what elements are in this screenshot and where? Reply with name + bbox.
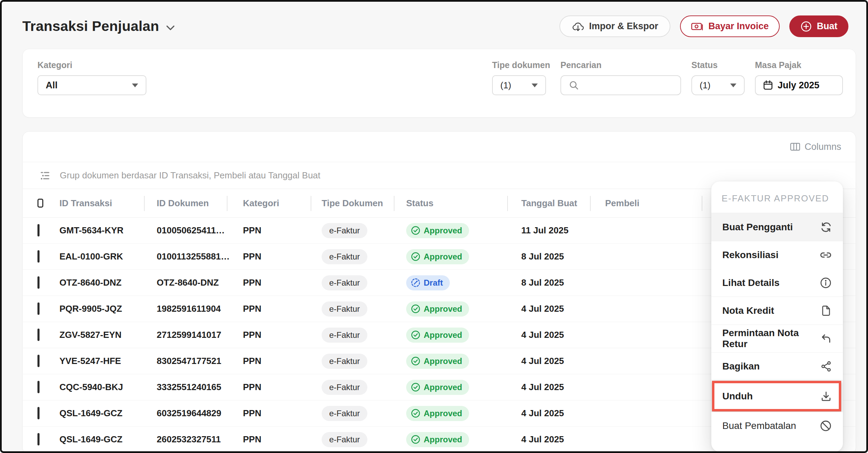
- cell-id-dokumen: 0100113255881…: [145, 251, 227, 262]
- context-menu-item-label: Unduh: [722, 391, 753, 402]
- cell-tanggal-buat: 4 Jul 2025: [508, 330, 591, 340]
- status-badge: Approved: [406, 301, 469, 317]
- select-all-checkbox[interactable]: [37, 199, 43, 208]
- cell-id-dokumen: 6032519644829: [145, 408, 227, 419]
- bayar-invoice-button[interactable]: Bayar Invoice: [680, 15, 780, 37]
- context-menu-title: E-FAKTUR APPROVED: [711, 181, 843, 213]
- context-menu-item-label: Buat Pembatalan: [722, 420, 796, 431]
- cell-tanggal-buat: 11 Jul 2025: [508, 225, 591, 236]
- column-header-id-transaksi[interactable]: ID Transaksi: [53, 189, 145, 217]
- row-checkbox[interactable]: [37, 224, 40, 236]
- status-select[interactable]: (1): [691, 75, 745, 95]
- buat-button[interactable]: Buat: [789, 15, 848, 37]
- cell-id-transaksi: CQC-5940-BKJ: [53, 382, 145, 393]
- context-menu-item[interactable]: Bagikan: [711, 352, 843, 380]
- cell-tanggal-buat: 4 Jul 2025: [508, 303, 591, 314]
- page-header: Transaksi Penjualan Impor & Ekspor Bayar…: [2, 2, 866, 37]
- row-checkbox[interactable]: [37, 302, 40, 315]
- row-checkbox[interactable]: [37, 433, 40, 445]
- cloud-download-icon: [572, 21, 584, 32]
- tipe-dokumen-value: (1): [500, 80, 511, 91]
- check-circle-icon: [411, 304, 421, 314]
- row-checkbox[interactable]: [37, 250, 40, 263]
- page-title: Transaksi Penjualan: [22, 18, 159, 34]
- cell-kategori: PPN: [227, 277, 311, 288]
- row-checkbox[interactable]: [37, 329, 40, 341]
- tipe-dokumen-label: Tipe dokumen: [492, 60, 550, 70]
- status-label: Approved: [424, 409, 462, 418]
- column-header-id-dokumen[interactable]: ID Dokumen: [145, 189, 227, 217]
- status-badge: Draft: [406, 275, 450, 290]
- check-circle-icon: [411, 408, 421, 418]
- cell-kategori: PPN: [227, 382, 311, 393]
- download-icon: [820, 390, 832, 402]
- context-menu-item[interactable]: Nota Kredit: [711, 297, 843, 324]
- status-badge: Approved: [406, 380, 469, 395]
- masa-pajak-filter: Masa Pajak July 2025: [755, 60, 843, 95]
- context-menu-item[interactable]: Unduh: [711, 380, 843, 412]
- context-menu-item[interactable]: Buat Pengganti: [711, 213, 843, 241]
- cell-id-transaksi: PQR-9905-JQZ: [53, 303, 145, 314]
- cell-id-transaksi: GMT-5634-KYR: [53, 225, 145, 236]
- pencarian-label: Pencarian: [560, 60, 681, 70]
- row-checkbox[interactable]: [37, 381, 40, 393]
- group-hint-text: Grup dokumen berdasar ID Transaksi, Pemb…: [60, 170, 320, 181]
- context-menu-item-label: Buat Pengganti: [722, 222, 793, 233]
- row-checkbox[interactable]: [37, 276, 40, 289]
- tipe-dokumen-badge: e-Faktur: [322, 354, 367, 369]
- caret-down-icon: [132, 84, 138, 87]
- status-label: Status: [691, 60, 745, 70]
- column-header-tanggal-buat[interactable]: Tanggal Buat: [508, 189, 591, 217]
- cell-id-transaksi: ZGV-5827-EYN: [53, 330, 145, 340]
- masa-pajak-picker[interactable]: July 2025: [755, 75, 843, 95]
- cell-id-dokumen: 8302547177521: [145, 356, 227, 366]
- columns-button-label: Columns: [804, 142, 841, 152]
- cell-kategori: PPN: [227, 330, 311, 340]
- tipe-dokumen-select[interactable]: (1): [492, 75, 546, 95]
- cell-id-transaksi: YVE-5247-HFE: [53, 356, 145, 366]
- caret-down-icon: [730, 84, 736, 87]
- check-circle-icon: [411, 356, 421, 366]
- context-menu-item[interactable]: Permintaan Nota Retur: [711, 324, 843, 352]
- columns-icon: [790, 143, 800, 151]
- caret-down-icon: [532, 84, 538, 87]
- columns-button[interactable]: Columns: [790, 142, 841, 152]
- status-badge: Approved: [406, 432, 469, 447]
- table-toolbar: Columns: [23, 132, 856, 162]
- link-icon: [820, 249, 832, 261]
- status-label: Approved: [424, 435, 462, 444]
- context-menu-item-label: Permintaan Nota Retur: [722, 328, 820, 350]
- context-menu-item-label: Rekonsiliasi: [722, 250, 778, 261]
- search-input[interactable]: [560, 75, 681, 95]
- context-menu-item[interactable]: Lihat Details: [711, 269, 843, 297]
- status-badge: Approved: [406, 249, 469, 264]
- status-badge: Approved: [406, 223, 469, 238]
- status-label: Approved: [424, 330, 462, 340]
- import-export-button[interactable]: Impor & Ekspor: [559, 15, 670, 37]
- info-icon: [820, 277, 832, 289]
- page-title-group[interactable]: Transaksi Penjualan: [22, 18, 175, 34]
- cell-kategori: PPN: [227, 356, 311, 366]
- context-menu-item[interactable]: Buat Pembatalan: [711, 412, 843, 440]
- cell-id-transaksi: OTZ-8640-DNZ: [53, 277, 145, 288]
- cell-tanggal-buat: 4 Jul 2025: [508, 356, 591, 366]
- context-menu-items: Buat Pengganti Rekonsiliasi Lihat Detail…: [711, 213, 843, 440]
- kategori-select[interactable]: All: [37, 75, 146, 95]
- cell-kategori: PPN: [227, 225, 311, 236]
- cell-kategori: PPN: [227, 408, 311, 419]
- draft-pencil-icon: [411, 278, 421, 288]
- column-header-tipe-dokumen[interactable]: Tipe Dokumen: [311, 189, 394, 217]
- row-checkbox[interactable]: [37, 355, 40, 367]
- cell-tanggal-buat: 4 Jul 2025: [508, 408, 591, 419]
- bayar-invoice-label: Bayar Invoice: [708, 21, 769, 32]
- cell-id-dokumen: 2602532327511: [145, 434, 227, 445]
- row-checkbox[interactable]: [37, 407, 40, 419]
- status-label: Approved: [424, 226, 462, 235]
- cell-kategori: PPN: [227, 303, 311, 314]
- context-menu-item[interactable]: Rekonsiliasi: [711, 241, 843, 269]
- column-header-kategori[interactable]: Kategori: [227, 189, 311, 217]
- column-header-pembeli[interactable]: Pembeli: [591, 189, 702, 217]
- context-menu-item-label: Bagikan: [722, 361, 760, 372]
- context-menu-item-label: Nota Kredit: [722, 305, 774, 316]
- column-header-status[interactable]: Status: [394, 189, 508, 217]
